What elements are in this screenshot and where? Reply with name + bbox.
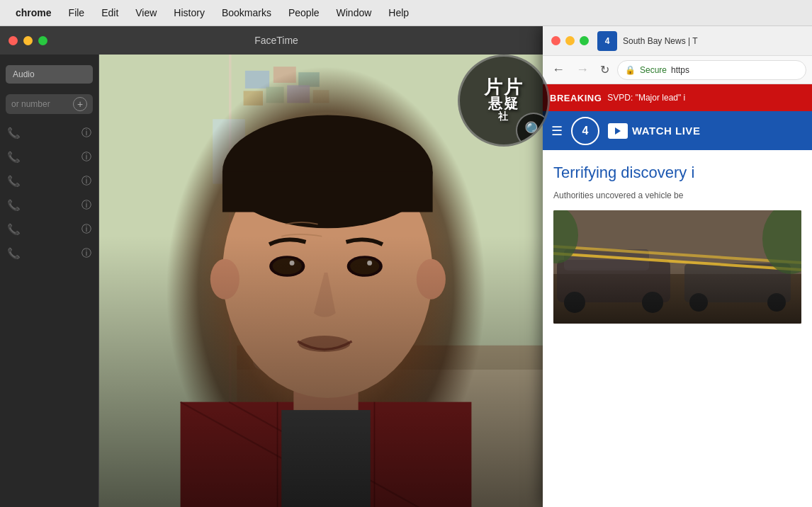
watermark-text-top: 片片	[484, 78, 524, 96]
window-controls	[9, 36, 47, 45]
news-subtext: Authorities uncovered a vehicle be	[553, 189, 801, 202]
watermark-logo: 片片 悬疑 社 🔍	[458, 55, 550, 147]
breaking-text: SVPD: "Major lead" i	[607, 93, 685, 103]
contact-row[interactable]: 📞 ⓘ	[0, 121, 98, 145]
add-contact-button[interactable]: +	[73, 97, 87, 111]
browser-navbar: ← → ↻ 🔒 Secure https	[543, 56, 812, 84]
svg-rect-23	[222, 171, 433, 212]
play-icon	[608, 123, 628, 139]
watermark-circle: 片片 悬疑 社 🔍	[458, 55, 550, 147]
back-button[interactable]: ←	[548, 61, 568, 79]
forward-button[interactable]: →	[573, 61, 592, 79]
info-icon[interactable]: ⓘ	[81, 223, 91, 236]
browser-window-controls	[551, 36, 589, 45]
info-icon[interactable]: ⓘ	[81, 247, 91, 260]
watermark-text-bottom: 社	[498, 110, 510, 123]
watch-live-label: WATCH LIVE	[632, 125, 700, 137]
info-icon[interactable]: ⓘ	[81, 199, 91, 212]
news-content-area: Terrifying discovery i Authorities uncov…	[543, 150, 812, 507]
info-icon[interactable]: ⓘ	[81, 175, 91, 188]
address-bar[interactable]: 🔒 Secure https	[617, 60, 806, 80]
close-button[interactable]	[9, 36, 18, 45]
contact-row[interactable]: 📞 ⓘ	[0, 169, 98, 193]
browser-close-button[interactable]	[551, 36, 560, 45]
breaking-news-bar: BREAKING SVPD: "Major lead" i	[543, 84, 812, 111]
audio-label: Audio	[13, 69, 35, 79]
maximize-button[interactable]	[38, 36, 47, 45]
phone-icon: 📞	[7, 175, 21, 188]
image-gradient	[553, 267, 801, 324]
minimize-button[interactable]	[23, 36, 33, 45]
menu-bar: chrome File Edit View History Bookmarks …	[0, 0, 812, 26]
channel4-logo: 4	[571, 117, 599, 145]
phone-icon: 📞	[7, 199, 21, 212]
contact-row[interactable]: 📞 ⓘ	[0, 145, 98, 169]
menu-file[interactable]: File	[60, 0, 94, 25]
phone-icon: 📞	[7, 223, 21, 236]
watermark-search-icon: 🔍	[516, 113, 550, 147]
reload-button[interactable]: ↻	[597, 62, 613, 78]
contact-row[interactable]: 📞 ⓘ	[0, 193, 98, 217]
search-contact-field[interactable]: or number +	[6, 94, 93, 114]
phone-icon: 📞	[7, 151, 21, 164]
secure-lock-icon: 🔒	[625, 65, 636, 75]
menu-people[interactable]: People	[280, 0, 328, 25]
watermark-text-mid: 悬疑	[488, 96, 519, 110]
facetime-sidebar: Audio or number + 📞 ⓘ 📞 ⓘ 📞 ⓘ	[0, 55, 99, 507]
menu-history[interactable]: History	[165, 0, 213, 25]
contact-row[interactable]: 📞 ⓘ	[0, 241, 98, 266]
watch-live-button[interactable]: WATCH LIVE	[608, 123, 700, 139]
contact-row[interactable]: 📞 ⓘ	[0, 217, 98, 241]
hamburger-menu-icon[interactable]: ☰	[551, 123, 563, 139]
phone-icon: 📞	[7, 127, 21, 139]
menu-help[interactable]: Help	[380, 0, 417, 25]
main-content: FaceTime Audio or number + 📞 ⓘ 📞	[0, 26, 812, 507]
info-icon[interactable]: ⓘ	[81, 127, 91, 139]
search-placeholder: or number	[11, 99, 73, 109]
facetime-titlebar: FaceTime	[0, 26, 553, 55]
news-site-header: ☰ 4 WATCH LIVE	[543, 111, 812, 150]
audio-mode-button[interactable]: Audio	[6, 65, 93, 84]
secure-label: Secure	[640, 65, 667, 75]
play-triangle-icon	[615, 127, 621, 135]
channel4-favicon: 4	[597, 31, 617, 51]
browser-minimize-button[interactable]	[565, 36, 575, 45]
browser-window: 4 South Bay News | T ← → ↻ 🔒 Secure http…	[543, 26, 812, 507]
news-image	[553, 210, 801, 324]
watermark-text-group: 片片 悬疑 社	[484, 78, 524, 123]
video-gradient-overlay	[99, 236, 553, 507]
browser-titlebar: 4 South Bay News | T	[543, 26, 812, 56]
phone-icon: 📞	[7, 247, 21, 260]
url-text: https	[671, 65, 689, 75]
menu-chrome[interactable]: chrome	[7, 0, 60, 25]
facetime-title-text: FaceTime	[254, 35, 298, 46]
menu-window[interactable]: Window	[328, 0, 380, 25]
menu-view[interactable]: View	[127, 0, 165, 25]
browser-tab-title[interactable]: South Bay News | T	[623, 36, 803, 46]
browser-maximize-button[interactable]	[580, 36, 589, 45]
menu-bookmarks[interactable]: Bookmarks	[213, 0, 280, 25]
info-icon[interactable]: ⓘ	[81, 151, 91, 164]
news-headline: Terrifying discovery i	[553, 163, 801, 183]
breaking-label: BREAKING	[550, 93, 602, 103]
menu-edit[interactable]: Edit	[93, 0, 127, 25]
